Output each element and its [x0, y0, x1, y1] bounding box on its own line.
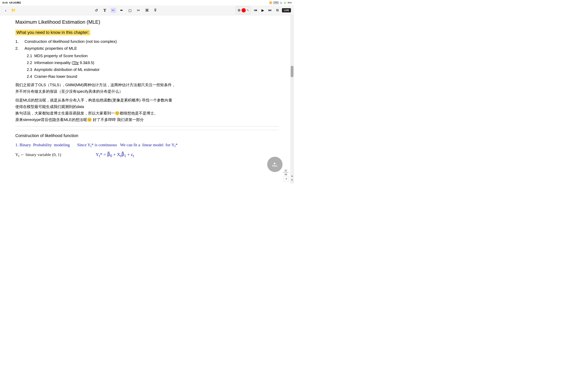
toolbar: ‹ 📁 ↺ T ✏ ✒ ◻ ✂ ⌘ 🎙 ⚙ ↖ ⏮ ▶ ⏭ ⧉ LIVE: [0, 5, 294, 15]
date: 6月12日周五: [9, 1, 21, 4]
trial-label: TRIAL: [272, 165, 277, 167]
media-controls-panel: ⚙ ↖: [236, 6, 251, 14]
audio-tool-button[interactable]: 🎙: [153, 8, 158, 13]
cursor-icon: ↖: [247, 8, 249, 12]
zoom-button[interactable]: +: [284, 176, 289, 182]
scrollbar: ▲ ▼: [290, 15, 294, 184]
scroll-up-button[interactable]: ▲: [290, 174, 294, 178]
lasso-tool-button[interactable]: ⌘: [144, 8, 150, 13]
status-left: 22:25 6月12日周五: [2, 1, 21, 4]
time: 22:25: [2, 1, 8, 4]
sub-item-3: 2.3 Asymptotic distribution of ML estima…: [27, 67, 279, 72]
sub-item-4: 2.4 Cramer-Rao lower bound: [27, 74, 279, 79]
highlight-box: What you need to know in this chapter:: [15, 30, 90, 35]
list-num-1: 1.: [15, 39, 25, 44]
vpn-label: VPN: [273, 1, 279, 4]
list-num-2: 2.: [15, 46, 25, 51]
section-heading: Construction of likelihood function: [15, 133, 279, 138]
trial-play-icon: ▶: [274, 162, 276, 165]
chinese-block-2: 但是MLE的想法呢，就是从条件分布入手，构造似然函数(更像是累积概率) 寻找一个…: [15, 97, 279, 123]
handwritten-row-2: Yt ← binary variable (0, 1) Yt* = β̃0 + …: [15, 150, 279, 159]
toolbar-right: ⚙ ↖ ⏮ ▶ ⏭ ⧉ LIVE: [236, 6, 291, 14]
status-right: 📶 VPN 📡 🔋 40%: [269, 1, 292, 4]
chinese-block-1: 我们之前讲了OLS（TSLS）, GMM(MM)两种估计方法，这两种估计方法都只…: [15, 82, 279, 95]
handwritten-line-1: 1. Binary Probability modeling Since Yt*…: [15, 141, 279, 150]
trial-badge: ▶ TRIAL: [267, 157, 283, 172]
wifi-icon: 📶: [269, 1, 272, 4]
sub-list: 2.1 MDS property of Score function 2.2 I…: [27, 53, 279, 79]
scrollbar-thumb[interactable]: [291, 66, 294, 77]
status-bar: 22:25 6月12日周五 📶 VPN 📡 🔋 40%: [0, 0, 294, 5]
folder-button[interactable]: 📁: [11, 8, 16, 13]
battery-percent: 40%: [287, 1, 292, 4]
text-tool-button[interactable]: T: [102, 8, 108, 13]
settings-button[interactable]: ⚙: [238, 8, 241, 12]
list-item-1: 1. Construction of likelihood function (…: [15, 39, 279, 44]
prev-button[interactable]: ⏮: [253, 8, 258, 13]
page-title: Maximum Likelihood Estimation (MLE): [15, 19, 279, 25]
toolbar-tools: ↺ T ✏ ✒ ◻ ✂ ⌘ 🎙: [20, 8, 232, 13]
live-button[interactable]: LIVE: [282, 8, 291, 12]
sub-item-1: 2.1 MDS property of Score function: [27, 53, 279, 59]
content-area: Maximum Likelihood Estimation (MLE) What…: [0, 15, 290, 184]
signal-icon: 📡: [280, 1, 283, 4]
list-text-1: Construction of likelihood function (not…: [25, 39, 117, 44]
pen-tool-button[interactable]: ✏: [111, 8, 116, 13]
battery-icon: 🔋: [284, 1, 286, 4]
list-item-2: 2. Asymptotic properties of MLE: [15, 46, 279, 51]
list-text-2: Asymptotic properties of MLE: [25, 46, 77, 51]
scissors-tool-button[interactable]: ✂: [136, 8, 141, 13]
toolbar-nav: ‹ 📁: [3, 8, 16, 13]
play-button[interactable]: ▶: [260, 8, 266, 13]
undo-button[interactable]: ↺: [94, 8, 99, 13]
scroll-down-button[interactable]: ▼: [290, 178, 294, 182]
eraser-tool-button[interactable]: ◻: [128, 8, 133, 13]
highlighter-tool-button[interactable]: ✒: [119, 8, 124, 13]
bottom-section: Construction of likelihood function 1. B…: [15, 130, 279, 159]
page-number: 32 48: [283, 169, 289, 176]
numbered-list: 1. Construction of likelihood function (…: [15, 39, 279, 51]
record-button[interactable]: [242, 8, 246, 12]
next-button[interactable]: ⏭: [268, 8, 273, 13]
layers-button[interactable]: ⧉: [275, 8, 280, 13]
formula-text: Yt* = β̃0 + Xtβ̃1 + εt: [96, 150, 134, 159]
sub-item-2: 2.2 Information inequality (Thr 9.3&9.5): [27, 60, 279, 66]
back-button[interactable]: ‹: [3, 8, 9, 13]
binary-var-text: Yt ← binary variable (0, 1): [15, 151, 61, 159]
